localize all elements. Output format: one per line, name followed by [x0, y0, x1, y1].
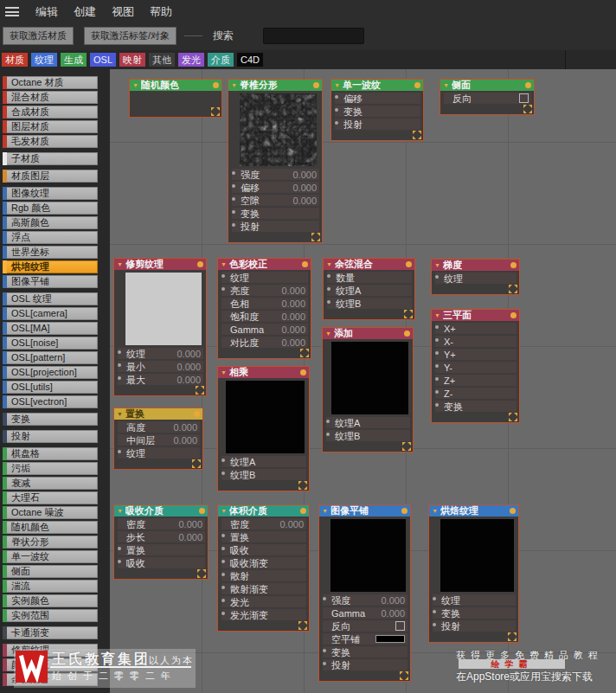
- resize-handle-icon[interactable]: [196, 386, 204, 395]
- sidebar-item[interactable]: 随机颜色: [3, 521, 110, 534]
- node-header[interactable]: ▼吸收介质: [114, 505, 208, 517]
- node-header[interactable]: ▼色彩校正: [218, 259, 311, 270]
- node-header[interactable]: ▼单一波纹: [331, 80, 423, 91]
- empty-tile-color-swatch[interactable]: [375, 635, 405, 643]
- tab-generate[interactable]: 生成: [61, 53, 87, 67]
- input-port[interactable]: [435, 390, 439, 394]
- collapse-arrow-icon[interactable]: ▼: [325, 330, 331, 337]
- node-clamp-texture[interactable]: ▼修剪纹理 纹理0.000 最小0.000 最大0.000: [113, 258, 207, 396]
- sidebar-item[interactable]: Octane 噪波: [3, 506, 110, 519]
- output-port[interactable]: [300, 508, 306, 514]
- input-port[interactable]: [323, 662, 326, 665]
- sidebar-item[interactable]: 图层材质: [3, 120, 110, 133]
- input-port[interactable]: [433, 597, 436, 600]
- get-active-material-button[interactable]: 获取激活材质: [3, 27, 74, 45]
- node-header[interactable]: ▼脊椎分形: [228, 80, 322, 91]
- sidebar-item[interactable]: 实例范围: [3, 609, 110, 622]
- input-port[interactable]: [232, 223, 235, 227]
- menu-edit[interactable]: 编辑: [28, 4, 66, 20]
- node-header[interactable]: ▼梯度: [432, 260, 519, 271]
- tab-c4d[interactable]: C4D: [237, 53, 263, 67]
- sidebar-item[interactable]: 湍流: [3, 580, 110, 593]
- tab-osl[interactable]: OSL: [90, 53, 116, 67]
- resize-handle-icon[interactable]: [404, 310, 413, 318]
- sidebar-item[interactable]: OSL[noise]: [3, 337, 110, 350]
- input-port[interactable]: [118, 547, 121, 550]
- collapse-arrow-icon[interactable]: ▼: [221, 261, 227, 267]
- sidebar-item[interactable]: 棋盘格: [3, 447, 110, 460]
- input-port[interactable]: [118, 560, 121, 563]
- sidebar-item[interactable]: 图像平铺: [3, 275, 110, 288]
- input-port[interactable]: [433, 623, 436, 626]
- node-absorption-medium[interactable]: ▼吸收介质 密度0.000 步长0.000 置换 吸收: [113, 504, 209, 580]
- output-port[interactable]: [406, 261, 412, 267]
- output-port[interactable]: [313, 82, 319, 88]
- collapse-arrow-icon[interactable]: ▼: [132, 82, 138, 88]
- param-value[interactable]: 0.000: [292, 196, 317, 206]
- param-value[interactable]: 0.000: [176, 375, 201, 385]
- invert-checkbox[interactable]: [395, 621, 405, 631]
- input-port[interactable]: [435, 403, 439, 407]
- node-triplanar[interactable]: ▼三平面 X+ X- Y+ Y- Z+ Z- 变换: [431, 309, 520, 423]
- sidebar-item[interactable]: 实例颜色: [3, 594, 110, 607]
- output-port[interactable]: [197, 261, 203, 267]
- sidebar-item[interactable]: 子材质: [3, 152, 110, 165]
- param-value[interactable]: 0.000: [281, 298, 305, 309]
- tab-emission[interactable]: 发光: [178, 53, 204, 67]
- node-graph-canvas[interactable]: ▼随机颜色 ▼脊椎分形 强度0.000 偏移0.000 空隙0.000 变换 投…: [110, 69, 616, 693]
- param-value[interactable]: 0.000: [381, 608, 405, 619]
- output-port[interactable]: [300, 369, 306, 375]
- output-port[interactable]: [510, 508, 516, 514]
- param-value[interactable]: 0.000: [178, 532, 202, 542]
- node-displacement[interactable]: ▼置换 高度0.000 中间层0.000 纹理: [113, 407, 203, 470]
- sidebar-item[interactable]: 变换: [3, 413, 110, 426]
- input-port[interactable]: [323, 597, 326, 600]
- menu-create[interactable]: 创建: [66, 4, 104, 20]
- invert-checkbox[interactable]: [519, 93, 529, 103]
- param-value[interactable]: 0.000: [281, 311, 305, 322]
- collapse-arrow-icon[interactable]: ▼: [334, 82, 340, 88]
- sidebar-item[interactable]: 卡通渐变: [3, 626, 110, 639]
- sidebar-item[interactable]: 衰减: [3, 477, 110, 490]
- node-header[interactable]: ▼图像平铺: [319, 505, 410, 517]
- node-header[interactable]: ▼余弦混合: [324, 259, 414, 270]
- input-port[interactable]: [221, 274, 225, 278]
- collapse-arrow-icon[interactable]: ▼: [117, 508, 123, 514]
- sidebar-item[interactable]: 脊状分形: [3, 536, 110, 549]
- resize-handle-icon[interactable]: [197, 569, 206, 578]
- input-port[interactable]: [232, 210, 235, 214]
- input-port[interactable]: [221, 534, 225, 537]
- output-port[interactable]: [414, 82, 420, 88]
- menu-help[interactable]: 帮助: [142, 4, 180, 20]
- input-port[interactable]: [232, 171, 235, 175]
- sidebar-item[interactable]: OSL[utils]: [3, 381, 110, 394]
- input-port[interactable]: [221, 547, 225, 550]
- param-value[interactable]: 0.000: [281, 286, 305, 296]
- output-port[interactable]: [510, 262, 517, 268]
- input-port[interactable]: [221, 560, 225, 563]
- input-port[interactable]: [221, 586, 225, 589]
- input-port[interactable]: [335, 95, 338, 99]
- input-port[interactable]: [327, 287, 330, 291]
- input-port[interactable]: [326, 433, 330, 436]
- sidebar-item[interactable]: 投射: [3, 430, 110, 443]
- input-port[interactable]: [232, 197, 235, 201]
- hamburger-icon[interactable]: [5, 7, 19, 16]
- resize-handle-icon[interactable]: [509, 413, 517, 421]
- collapse-arrow-icon[interactable]: ▼: [221, 369, 227, 375]
- param-value[interactable]: 0.000: [281, 324, 305, 335]
- sidebar-item[interactable]: OSL 纹理: [3, 292, 110, 305]
- resize-handle-icon[interactable]: [400, 671, 408, 680]
- sidebar-item[interactable]: 合成材质: [3, 106, 110, 119]
- sidebar-item[interactable]: 材质图层: [3, 170, 110, 183]
- param-value[interactable]: 0.000: [281, 337, 305, 348]
- collapse-arrow-icon[interactable]: ▼: [231, 82, 237, 88]
- tab-medium[interactable]: 介质: [208, 53, 234, 67]
- input-port[interactable]: [221, 612, 225, 615]
- node-header[interactable]: ▼烘焙纹理: [429, 505, 518, 517]
- menu-view[interactable]: 视图: [104, 4, 142, 20]
- node-cosine-mix[interactable]: ▼余弦混合 数量 纹理A 纹理B: [323, 258, 415, 320]
- sidebar-item[interactable]: OSL[MA]: [3, 322, 110, 335]
- input-port[interactable]: [221, 573, 225, 576]
- resize-handle-icon[interactable]: [298, 481, 307, 490]
